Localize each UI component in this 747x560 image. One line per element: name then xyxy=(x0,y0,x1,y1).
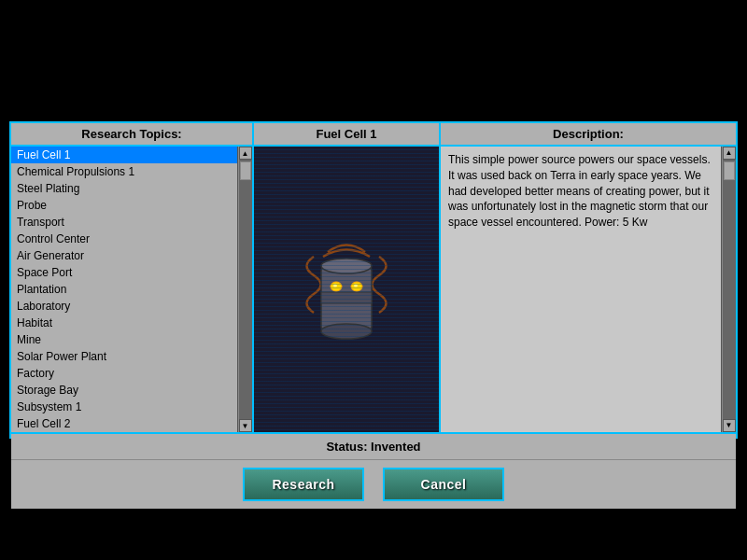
item-image-area xyxy=(254,147,439,432)
scroll-thumb[interactable] xyxy=(240,161,251,180)
svg-point-1 xyxy=(321,259,372,273)
desc-scroll-track xyxy=(723,160,736,419)
scroll-track xyxy=(239,160,252,419)
description-scrollbar: ▲ ▼ xyxy=(721,147,736,432)
list-item[interactable]: Habitat xyxy=(11,315,237,331)
list-item[interactable]: Chemical Propulsions 1 xyxy=(11,163,237,180)
item-name-header: Fuel Cell 1 xyxy=(254,123,439,147)
list-item[interactable]: Steel Plating xyxy=(11,180,237,197)
research-button[interactable]: Research xyxy=(243,468,364,501)
svg-point-6 xyxy=(333,285,337,287)
description-header: Description: xyxy=(441,123,736,147)
left-panel: Research Topics: Fuel Cell 1Chemical Pro… xyxy=(11,123,254,432)
research-list[interactable]: Fuel Cell 1Chemical Propulsions 1Steel P… xyxy=(11,147,237,432)
list-item[interactable]: Fuel Cell 1 xyxy=(11,147,237,163)
research-topics-header: Research Topics: xyxy=(11,123,252,147)
list-item[interactable]: Space Port xyxy=(11,264,237,281)
list-container: Fuel Cell 1Chemical Propulsions 1Steel P… xyxy=(11,147,252,432)
fuel-cell-image xyxy=(295,229,398,350)
desc-scroll-up[interactable]: ▲ xyxy=(723,147,736,160)
middle-panel: Fuel Cell 1 xyxy=(254,123,441,432)
right-panel: Description: This simple power source po… xyxy=(441,123,736,432)
list-item[interactable]: Factory xyxy=(11,365,237,382)
list-item[interactable]: Transport xyxy=(11,214,237,231)
list-item[interactable]: Laboratory xyxy=(11,298,237,315)
list-item[interactable]: Fuel Cell 2 xyxy=(11,415,237,432)
list-item[interactable]: Air Generator xyxy=(11,247,237,264)
status-text: Status: Invented xyxy=(326,440,420,454)
list-item[interactable]: Control Center xyxy=(11,231,237,247)
list-item[interactable]: Plantation xyxy=(11,281,237,298)
svg-point-2 xyxy=(321,324,372,339)
scroll-up-button[interactable]: ▲ xyxy=(239,147,252,160)
desc-scroll-down[interactable]: ▼ xyxy=(723,419,736,432)
list-item[interactable]: Storage Bay xyxy=(11,382,237,399)
list-item[interactable]: Probe xyxy=(11,197,237,214)
desc-scroll-thumb[interactable] xyxy=(724,161,735,180)
dialog-main-area: Research Topics: Fuel Cell 1Chemical Pro… xyxy=(11,123,736,434)
svg-rect-3 xyxy=(321,292,372,303)
list-item[interactable]: Mine xyxy=(11,331,237,348)
description-text-area: This simple power source powers our spac… xyxy=(441,147,736,432)
svg-point-7 xyxy=(354,285,358,287)
description-text: This simple power source powers our spac… xyxy=(448,152,728,231)
scroll-down-button[interactable]: ▼ xyxy=(239,419,252,432)
cancel-button[interactable]: Cancel xyxy=(383,468,504,501)
list-scrollbar: ▲ ▼ xyxy=(237,147,252,432)
research-dialog: Research Topics: Fuel Cell 1Chemical Pro… xyxy=(9,121,738,439)
list-item[interactable]: Solar Power Plant xyxy=(11,348,237,365)
bottom-area: Status: Invented Research Cancel xyxy=(11,434,736,509)
status-bar: Status: Invented xyxy=(11,434,736,460)
list-item[interactable]: Subsystem 1 xyxy=(11,399,237,415)
button-row: Research Cancel xyxy=(11,460,736,509)
